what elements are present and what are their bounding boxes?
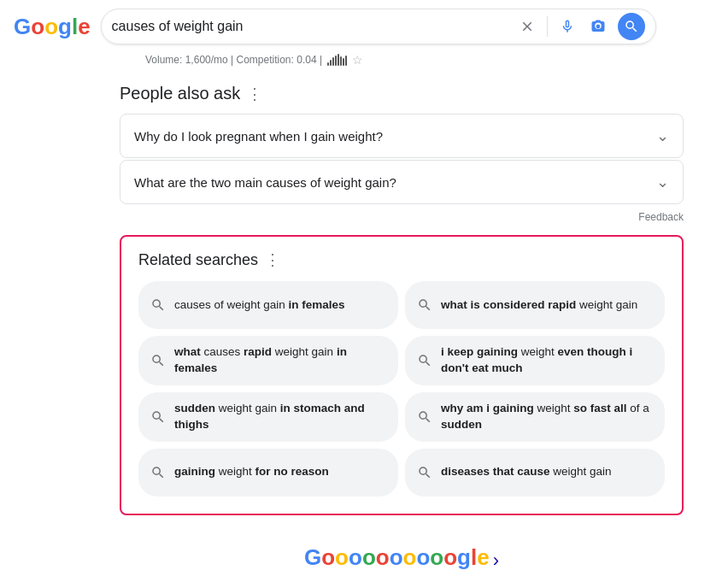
header: Google [0, 0, 728, 50]
related-title: Related searches [138, 251, 258, 269]
paa-chevron-1: ⌄ [656, 126, 669, 145]
related-text-7: gaining weight for no reason [174, 464, 329, 480]
paa-chevron-2: ⌄ [656, 173, 669, 191]
search-icon-4 [417, 353, 432, 368]
pagination: Goooooooooogle › 1 2 3 4 5 6 7 8 9 10 Ne… [120, 536, 684, 570]
stats-bar: Volume: 1,600/mo | Competition: 0.04 | ☆ [0, 50, 728, 70]
related-text-2: what is considered rapid weight gain [441, 297, 637, 314]
search-icon [624, 19, 639, 34]
search-icon-6 [417, 409, 432, 425]
paa-item-1[interactable]: Why do I look pregnant when I gain weigh… [120, 114, 684, 158]
paa-title: People also ask [120, 84, 240, 103]
related-grid: causes of weight gain in females what is… [138, 281, 665, 497]
paa-question-1: Why do I look pregnant when I gain weigh… [134, 129, 383, 144]
pagination-chevron-right[interactable]: › [493, 549, 499, 570]
paa-section-header: People also ask ⋮ [120, 84, 684, 103]
pagination-logo: Goooooooooogle [304, 544, 490, 570]
search-icon-8 [417, 465, 432, 480]
stats-text: Volume: 1,600/mo | Competition: 0.04 | [145, 54, 322, 66]
clear-button[interactable] [516, 15, 538, 38]
search-icon-5 [150, 409, 166, 425]
related-item-3[interactable]: what causes rapid weight gain in females [138, 336, 398, 385]
lens-search-button[interactable] [587, 15, 609, 38]
clear-icon [520, 19, 535, 34]
search-input[interactable] [112, 19, 509, 34]
search-icon-3 [150, 353, 166, 368]
paa-question-2: What are the two main causes of weight g… [134, 175, 396, 190]
feedback-row: Feedback [120, 206, 684, 228]
camera-icon [590, 19, 606, 34]
related-item-4[interactable]: i keep gaining weight even though i don'… [405, 336, 665, 385]
voice-search-button[interactable] [556, 15, 578, 38]
paa-item-2[interactable]: What are the two main causes of weight g… [120, 160, 684, 204]
search-button[interactable] [618, 13, 645, 40]
search-icon-7 [150, 465, 166, 480]
related-searches-box: Related searches ⋮ causes of weight gain… [120, 235, 684, 515]
related-item-8[interactable]: diseases that cause weight gain [405, 449, 665, 497]
volume-bar [327, 54, 347, 66]
google-logo[interactable]: Google [14, 14, 91, 40]
feedback-link[interactable]: Feedback [638, 211, 684, 223]
related-more-options[interactable]: ⋮ [265, 250, 280, 269]
search-icon-2 [417, 297, 432, 313]
related-text-4: i keep gaining weight even though i don'… [441, 344, 653, 377]
related-text-6: why am i gaining weight so fast all of a… [441, 401, 653, 433]
related-text-8: diseases that cause weight gain [441, 464, 612, 480]
related-item-2[interactable]: what is considered rapid weight gain [405, 281, 665, 329]
related-item-7[interactable]: gaining weight for no reason [138, 449, 398, 497]
related-item-5[interactable]: sudden weight gain in stomach and thighs [138, 392, 398, 442]
related-item-6[interactable]: why am i gaining weight so fast all of a… [405, 392, 665, 442]
related-text-5: sudden weight gain in stomach and thighs [174, 401, 386, 433]
microphone-icon [560, 19, 575, 34]
star-icon[interactable]: ☆ [352, 53, 363, 67]
search-icon-1 [150, 297, 166, 313]
related-text-3: what causes rapid weight gain in females [174, 344, 386, 377]
search-bar [101, 9, 656, 44]
related-header: Related searches ⋮ [138, 250, 665, 269]
search-icons [516, 13, 645, 40]
related-item-1[interactable]: causes of weight gain in females [138, 281, 398, 329]
related-text-1: causes of weight gain in females [174, 297, 345, 314]
content-area: People also ask ⋮ Why do I look pregnant… [0, 70, 684, 570]
paa-more-options[interactable]: ⋮ [247, 85, 262, 103]
